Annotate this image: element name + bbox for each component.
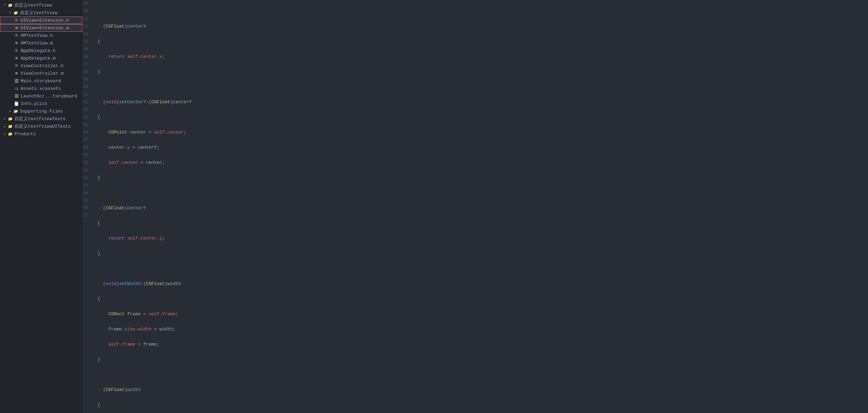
file-label: UIView+Extension.h	[21, 18, 69, 23]
m-icon: m	[14, 40, 19, 46]
code-line-36: {	[98, 114, 868, 121]
folder-products[interactable]: ▶ 📁 Products	[0, 130, 82, 138]
code-line-49: CGRect frame = self.frame;	[98, 310, 868, 318]
folder-label: 自定义textfviewTests	[14, 116, 65, 122]
file-label: Info.plist	[21, 101, 47, 106]
file-navigator[interactable]: ▼ 📁 自定义textfview ▼ 📁 自定义textfview h UIVi…	[0, 0, 83, 413]
file-label: UIView+Extension.m	[21, 25, 69, 31]
file-label: HMTextView.m	[21, 41, 53, 46]
file-label: AppDelegate.m	[21, 56, 55, 61]
folder-icon: 📁	[13, 108, 19, 114]
file-assets-xcassets[interactable]: 🗂 Assets.xcassets	[0, 85, 82, 92]
code-line-38: center.y = centerY;	[98, 144, 868, 151]
storyboard-icon: 🖼	[14, 78, 19, 84]
code-line-42: - (CGFloat)centerY	[98, 204, 868, 212]
file-info-plist[interactable]: 📄 Info.plist	[0, 100, 82, 107]
file-appdelegate-m[interactable]: m AppDelegate.m	[0, 54, 82, 62]
file-hmtextview-h[interactable]: h HMTextView.h	[0, 32, 82, 39]
m-icon: m	[14, 71, 19, 76]
code-line-32: return self.center.x;	[98, 53, 868, 61]
supporting-arrow: ▶	[8, 109, 12, 113]
file-uiview-extension-m[interactable]: m UIView+Extension.m	[0, 24, 82, 32]
file-uiview-extension-h[interactable]: h UIView+Extension.h ↙ 延展	[0, 17, 82, 24]
file-label: AppDelegate.h	[21, 48, 55, 53]
plist-icon: 📄	[14, 101, 19, 106]
file-appdelegate-h[interactable]: h AppDelegate.h	[0, 47, 82, 54]
group-folder-icon: 📁	[13, 10, 19, 15]
code-body[interactable]: - (CGFloat)centerX { return self.center.…	[92, 0, 868, 413]
folder-label: 自定义textfviewUITests	[14, 123, 71, 129]
code-line-55: {	[98, 401, 868, 409]
m-icon: m	[14, 25, 19, 31]
code-line-45: }	[98, 250, 868, 257]
folder-icon: 📁	[8, 131, 13, 137]
file-hmtextview-m[interactable]: m HMTextView.m	[0, 39, 82, 47]
code-line-41	[98, 189, 868, 197]
folder-label: Supporting Files	[20, 109, 63, 114]
code-line-31: {	[98, 38, 868, 45]
folder-uitests[interactable]: ▶ 📁 自定义textfviewUITests	[0, 123, 82, 130]
file-main-storyboard[interactable]: 🖼 Main.storyboard	[0, 77, 82, 85]
folder-icon: 📁	[8, 124, 13, 129]
code-line-50: frame.size.width = width;	[98, 326, 868, 333]
code-line-54: - (CGFloat)width	[98, 386, 868, 394]
code-line-39: self.center = center;	[98, 159, 868, 167]
h-icon: h	[14, 33, 19, 38]
file-label: LaunchScr...toryboard	[21, 94, 77, 99]
code-line-53	[98, 371, 868, 379]
code-editor: 29 30 31 32 33 34 35 36 37 38 39 40 41 4…	[83, 0, 868, 413]
folder-tests[interactable]: ▶ 📁 自定义textfviewTests	[0, 115, 82, 123]
m-icon: m	[14, 55, 19, 61]
folder-label: Products	[14, 131, 36, 137]
line-numbers: 29 30 31 32 33 34 35 36 37 38 39 40 41 4…	[83, 0, 92, 413]
xcassets-icon: 🗂	[14, 86, 19, 91]
h-icon: h	[14, 18, 19, 23]
h-icon: h	[14, 63, 19, 68]
file-label: Main.storyboard	[21, 78, 61, 84]
group-label: 自定义textfview	[20, 10, 57, 16]
code-line-29	[98, 8, 868, 15]
file-label: Assets.xcassets	[21, 86, 61, 91]
project-label: 自定义textfview	[14, 2, 52, 8]
code-line-40: }	[98, 174, 868, 182]
uitests-arrow: ▶	[3, 124, 7, 128]
file-label: ViewController.h	[21, 63, 64, 68]
code-line-47: - (void)setWidth:(CGFloat)width	[98, 280, 868, 288]
code-line-37: CGPoint center = self.center;	[98, 129, 868, 136]
code-line-30: - (CGFloat)centerX	[98, 23, 868, 30]
file-viewcontroller-m[interactable]: m ViewController.m	[0, 70, 82, 77]
code-line-34	[98, 83, 868, 91]
folder-icon: 📁	[8, 116, 13, 121]
code-line-43: {	[98, 220, 868, 227]
file-label: HMTextView.h	[21, 33, 53, 38]
code-line-35: - (void)setCenterY:(CGFloat)centerY	[98, 98, 868, 106]
code-line-46	[98, 265, 868, 273]
code-line-52: }	[98, 356, 868, 363]
file-viewcontroller-h[interactable]: h ViewController.h	[0, 62, 82, 70]
project-icon: 📁	[8, 2, 13, 8]
code-line-51: self.frame = frame;	[98, 341, 868, 348]
file-label: ViewController.m	[21, 71, 64, 76]
project-root[interactable]: ▼ 📁 自定义textfview	[0, 1, 82, 9]
group-arrow: ▼	[8, 11, 12, 15]
tests-arrow: ▶	[3, 117, 7, 121]
code-line-48: {	[98, 295, 868, 303]
h-icon: h	[14, 48, 19, 53]
products-arrow: ▶	[3, 132, 7, 136]
file-launch-storyboard[interactable]: 🖼 LaunchScr...toryboard	[0, 92, 82, 100]
code-line-33: }	[98, 68, 868, 76]
group-folder[interactable]: ▼ 📁 自定义textfview	[0, 9, 82, 17]
folder-supporting-files[interactable]: ▶ 📁 Supporting Files	[0, 107, 82, 115]
code-line-44: return self.center.y;	[98, 235, 868, 242]
storyboard-icon: 🖼	[14, 93, 19, 99]
collapse-arrow: ▼	[3, 3, 7, 7]
